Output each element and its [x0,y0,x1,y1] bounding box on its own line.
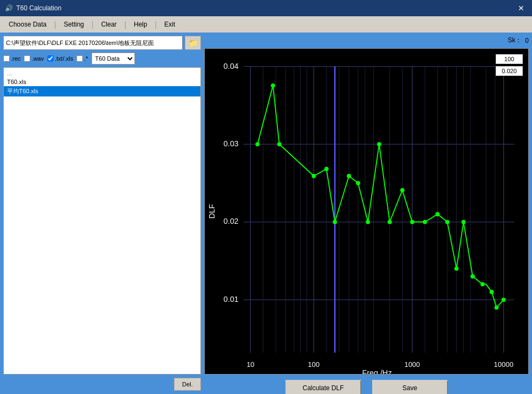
filter-txt-xls-checkbox[interactable] [47,55,54,62]
save-button[interactable]: Save [372,380,448,394]
chart-svg: 0.04 0.03 0.02 0.01 10 100 1000 10000 Fr… [205,49,528,374]
menu-bar: Choose Data | Setting | Clear | Help | E… [0,16,532,33]
filter-rec[interactable]: .rec [3,55,21,62]
title-bar: 🔊 T60 Calculation ✕ [0,0,532,16]
folder-button[interactable]: 📁 [185,36,201,50]
svg-point-62 [490,290,494,294]
chart-input-top[interactable] [496,54,523,64]
svg-point-52 [387,220,392,224]
svg-point-42 [255,142,259,146]
left-bottom: Del. [3,377,201,391]
chart-controls [496,54,523,76]
right-panel: Sk： 0 0.04 0.03 0.02 0.01 10 100 100 [204,36,529,391]
filter-rec-checkbox[interactable] [3,55,10,62]
filter-row: .rec .wav .txt/.xls .* T60 Data Raw Data [3,52,201,65]
svg-text:0.01: 0.01 [224,295,239,303]
file-list-container[interactable]: ... T60.xls 平均T60.xls [3,67,201,374]
menu-sep-1: | [53,20,57,29]
filter-txt-xls[interactable]: .txt/.xls [47,55,73,62]
close-button[interactable]: ✕ [515,2,528,15]
file-list: ... T60.xls 平均T60.xls [4,68,200,98]
svg-rect-0 [205,49,528,374]
sk-value: 0 [525,37,529,44]
chart-container: 0.04 0.03 0.02 0.01 10 100 1000 10000 Fr… [204,48,529,374]
filter-star-label: .* [84,55,88,62]
svg-point-58 [455,267,459,271]
svg-point-49 [356,181,360,185]
chart-input-bottom[interactable] [496,66,523,76]
menu-sep-2: | [90,20,95,29]
list-item[interactable]: T60.xls [4,77,200,86]
svg-point-64 [502,298,506,302]
svg-point-59 [462,220,466,224]
list-item[interactable]: ... [4,69,200,77]
left-panel: 📁 .rec .wav .txt/.xls .* T60 Data Ra [3,36,201,391]
svg-text:1000: 1000 [404,360,420,369]
svg-point-63 [495,305,499,309]
svg-point-47 [333,220,337,224]
delete-button[interactable]: Del. [174,378,201,391]
menu-setting[interactable]: Setting [59,18,89,30]
sk-label: Sk： [508,36,522,45]
sk-row: Sk： 0 [204,36,529,45]
svg-point-54 [410,220,414,224]
filter-wav-label: .wav [31,55,44,62]
svg-point-55 [423,220,427,224]
main-content: 📁 .rec .wav .txt/.xls .* T60 Data Ra [0,33,532,394]
svg-text:10000: 10000 [494,360,514,369]
svg-text:Freq./Hz: Freq./Hz [362,369,392,374]
svg-point-57 [445,220,450,224]
svg-text:10: 10 [246,360,254,369]
svg-point-46 [325,167,329,171]
title-left: 🔊 T60 Calculation [4,4,61,12]
menu-exit[interactable]: Exit [159,18,180,30]
svg-point-60 [471,274,475,279]
svg-point-61 [481,282,485,286]
action-row: Calculate DLF Save [204,378,529,394]
svg-text:DLF: DLF [207,204,216,218]
app-icon: 🔊 [4,4,13,12]
menu-clear[interactable]: Clear [96,18,122,30]
menu-sep-3: | [123,20,127,29]
svg-point-51 [377,142,381,146]
filter-star[interactable]: .* [76,55,88,62]
filepath-input[interactable] [3,36,183,50]
svg-point-53 [400,188,405,192]
svg-point-45 [312,174,316,178]
menu-choose-data[interactable]: Choose Data [3,18,52,30]
menu-help[interactable]: Help [128,18,153,30]
calculate-dlf-button[interactable]: Calculate DLF [286,380,361,394]
svg-text:0.02: 0.02 [224,217,239,225]
svg-point-44 [277,142,282,146]
svg-text:0.03: 0.03 [224,139,239,148]
filter-wav[interactable]: .wav [24,55,44,62]
filepath-row: 📁 [3,36,201,50]
filter-rec-label: .rec [11,55,21,62]
list-item-selected[interactable]: 平均T60.xls [4,86,200,96]
svg-point-48 [347,174,351,178]
filter-txt-xls-label: .txt/.xls [55,55,73,62]
svg-text:100: 100 [308,360,320,369]
menu-sep-4: | [154,20,158,29]
window-title: T60 Calculation [16,4,61,12]
svg-point-50 [366,220,370,224]
filter-wav-checkbox[interactable] [24,55,30,62]
dropdown-select[interactable]: T60 Data Raw Data [92,53,135,64]
svg-point-43 [271,83,275,88]
filter-star-checkbox[interactable] [76,55,83,62]
svg-point-56 [436,212,440,216]
svg-text:0.04: 0.04 [224,61,239,70]
